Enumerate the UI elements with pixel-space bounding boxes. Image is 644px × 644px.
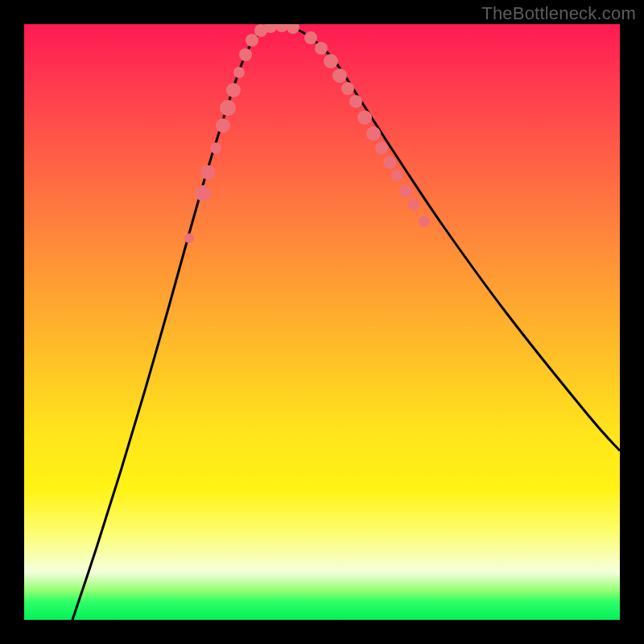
data-point (220, 100, 236, 116)
data-point (341, 82, 354, 95)
data-point (195, 185, 211, 201)
data-point (366, 126, 381, 141)
data-point (287, 24, 299, 34)
watermark-label: TheBottleneck.com (481, 3, 636, 24)
data-point (324, 54, 338, 68)
data-point (357, 110, 372, 125)
data-point (304, 31, 317, 44)
data-point (349, 95, 362, 108)
marker-layer (184, 24, 430, 243)
data-point (239, 48, 252, 61)
data-point (383, 156, 396, 169)
data-point (399, 185, 412, 198)
data-point (315, 42, 328, 55)
data-point (391, 170, 402, 181)
data-point (216, 118, 230, 133)
data-point (332, 68, 347, 83)
plot-area (24, 24, 620, 620)
curve-svg (24, 24, 620, 620)
data-point (408, 199, 419, 210)
data-point (246, 34, 258, 47)
data-point (200, 165, 215, 180)
bottleneck-curve-path (72, 26, 620, 620)
chart-frame: TheBottleneck.com (0, 0, 644, 644)
data-point (419, 216, 430, 227)
data-point (226, 83, 241, 97)
data-point (184, 233, 194, 243)
data-point (233, 67, 245, 78)
data-point (375, 142, 388, 155)
data-point (210, 142, 221, 154)
data-point (275, 24, 288, 32)
